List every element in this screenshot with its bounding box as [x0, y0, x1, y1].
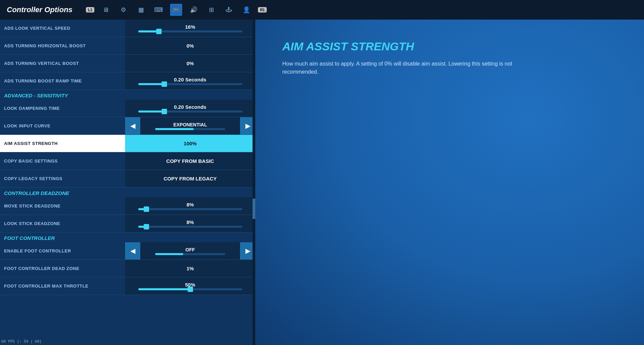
table-row[interactable]: FOOT CONTROLLER DEAD ZONE 1% [0, 260, 255, 277]
speaker-icon[interactable]: 🔊 [188, 4, 200, 16]
section-header-advanced: ADVANCED - SENSITIVITY [0, 90, 255, 100]
look-curve-center: EXPONENTIAL [140, 117, 240, 134]
controller-icon[interactable]: 🎮 [170, 4, 182, 16]
info-title: AIM ASSIST STRENGTH [282, 40, 617, 53]
gear-icon[interactable]: ⚙ [117, 4, 129, 16]
setting-label-move-deadzone: MOVE STICK DEADZONE [0, 203, 125, 208]
keyboard-icon[interactable]: ⌨ [152, 4, 165, 16]
setting-value-foot-deadzone: 1% [125, 260, 255, 277]
monitor-icon[interactable]: 🖥 [100, 4, 112, 16]
setting-label-ads-ramp-time: ADS TURNING BOOST RAMP TIME [0, 78, 125, 83]
table-row[interactable]: LOOK STICK DEADZONE 8% [0, 215, 255, 232]
table-row-aim-assist[interactable]: AIM ASSIST STRENGTH 100% [0, 135, 255, 152]
fps-counter: 60 FPS [: 59 | 60] [1, 339, 42, 344]
setting-label-foot-enable: ENABLE FOOT CONTROLLER [0, 248, 125, 253]
network-icon[interactable]: ⊞ [205, 4, 217, 16]
setting-label-copy-legacy: COPY LEGACY SETTINGS [0, 176, 125, 181]
header: Controller Options L1 🖥 ⚙ ▦ ⌨ 🎮 🔊 ⊞ 🕹 👤 … [0, 0, 644, 20]
section-header-deadzone: CONTROLLER DEADZONE [0, 188, 255, 197]
setting-label-foot-deadzone: FOOT CONTROLLER DEAD ZONE [0, 266, 125, 271]
r1-badge[interactable]: R1 [258, 7, 267, 13]
table-row[interactable]: FOOT CONTROLLER MAX THROTTLE 50% [0, 277, 255, 295]
settings-panel: ADS LOOK VERTICAL SPEED 16% ADS TURNING … [0, 20, 255, 345]
setting-value-foot-throttle: 50% [125, 277, 255, 295]
setting-label-ads-vertical: ADS LOOK VERTICAL SPEED [0, 26, 125, 31]
info-panel: AIM ASSIST STRENGTH How much aim assist … [255, 20, 644, 345]
user-icon[interactable]: 👤 [240, 4, 253, 16]
setting-value-ads-vertical: 16% [125, 20, 255, 37]
setting-label-foot-throttle: FOOT CONTROLLER MAX THROTTLE [0, 284, 125, 289]
table-row[interactable]: LOOK INPUT CURVE ◀ EXPONENTIAL ▶ [0, 117, 255, 135]
accessibility-icon[interactable]: ▦ [135, 4, 147, 16]
table-row[interactable]: COPY BASIC SETTINGS COPY FROM BASIC [0, 152, 255, 170]
setting-value-copy-legacy[interactable]: COPY FROM LEGACY [125, 170, 255, 187]
table-row[interactable]: LOOK DAMPENING TIME 0.20 Seconds [0, 100, 255, 117]
setting-value-ads-ramp-time: 0.20 Seconds [125, 72, 255, 90]
gamepad-icon[interactable]: 🕹 [223, 4, 235, 16]
table-row[interactable]: MOVE STICK DEADZONE 8% [0, 197, 255, 215]
look-curve-left-arrow[interactable]: ◀ [125, 117, 140, 134]
setting-value-look-deadzone: 8% [125, 215, 255, 232]
table-row[interactable]: ADS LOOK VERTICAL SPEED 16% [0, 20, 255, 37]
table-row[interactable]: COPY LEGACY SETTINGS COPY FROM LEGACY [0, 170, 255, 188]
setting-label-copy-basic: COPY BASIC SETTINGS [0, 158, 125, 164]
foot-ctrl-center: OFF [140, 242, 240, 260]
info-description: How much aim assist to apply. A setting … [282, 60, 519, 76]
setting-value-look-curve: ◀ EXPONENTIAL ▶ [125, 117, 255, 134]
table-row[interactable]: ADS TURNING VERTICAL BOOST 0% [0, 55, 255, 72]
settings-list: ADS LOOK VERTICAL SPEED 16% ADS TURNING … [0, 20, 255, 345]
setting-value-look-damp: 0.20 Seconds [125, 100, 255, 117]
foot-ctrl-left-arrow[interactable]: ◀ [125, 242, 140, 260]
info-content: AIM ASSIST STRENGTH How much aim assist … [282, 40, 617, 76]
setting-label-look-curve: LOOK INPUT CURVE [0, 123, 125, 128]
setting-value-move-deadzone: 8% [125, 197, 255, 215]
scrollbar-track[interactable] [253, 20, 255, 345]
table-row[interactable]: ENABLE FOOT CONTROLLER ◀ OFF ▶ [0, 242, 255, 260]
setting-value-aim-assist: 100% [125, 135, 255, 152]
setting-value-foot-enable: ◀ OFF ▶ [125, 242, 255, 260]
setting-label-look-deadzone: LOOK STICK DEADZONE [0, 221, 125, 226]
table-row[interactable]: ADS TURNING BOOST RAMP TIME 0.20 Seconds [0, 72, 255, 90]
setting-label-ads-vert-boost: ADS TURNING VERTICAL BOOST [0, 61, 125, 66]
main-layout: ADS LOOK VERTICAL SPEED 16% ADS TURNING … [0, 20, 644, 345]
l1-badge[interactable]: L1 [86, 7, 94, 13]
setting-label-ads-horiz-boost: ADS TURNING HORIZONTAL BOOST [0, 43, 125, 48]
setting-value-ads-vert-boost: 0% [125, 55, 255, 72]
scrollbar-thumb[interactable] [253, 199, 255, 219]
section-header-foot: FOOT CONTROLLER [0, 232, 255, 242]
setting-label-look-damp: LOOK DAMPENING TIME [0, 106, 125, 111]
setting-value-copy-basic[interactable]: COPY FROM BASIC [125, 152, 255, 170]
header-icons: L1 🖥 ⚙ ▦ ⌨ 🎮 🔊 ⊞ 🕹 👤 R1 [86, 4, 267, 16]
setting-label-aim-assist: AIM ASSIST STRENGTH [0, 135, 125, 152]
setting-value-ads-horiz-boost: 0% [125, 37, 255, 54]
table-row[interactable]: ADS TURNING HORIZONTAL BOOST 0% [0, 37, 255, 55]
page-title: Controller Options [7, 5, 72, 14]
